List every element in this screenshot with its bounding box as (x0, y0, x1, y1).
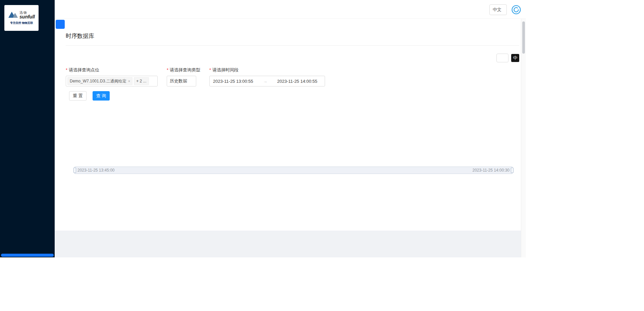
range-arrow-icon: → (256, 79, 275, 84)
divider (66, 45, 519, 46)
range-start-value[interactable]: 2023-11-25 13:00:55 (213, 79, 253, 84)
collapse-panel-button[interactable] (496, 54, 508, 62)
scrollbar-thumb[interactable] (522, 21, 525, 54)
sunfull-logo-icon (8, 11, 18, 19)
selected-point-tag-label: Demo_W7.1001.D3.二通阀给定 (70, 78, 126, 84)
scrollbar-track[interactable] (521, 19, 526, 257)
language-select[interactable]: 中文 (489, 4, 507, 15)
sidebar-collapse-button[interactable] (56, 20, 65, 29)
field-label-range: *请选择时间段 (209, 67, 325, 73)
more-points-tag: + 2 ... (134, 77, 149, 85)
history-line-chart[interactable] (66, 114, 166, 164)
reset-button[interactable]: 重 置 (69, 91, 87, 101)
avatar[interactable] (512, 5, 521, 14)
page-title: 时序数据库 (66, 19, 519, 40)
app-window: 迅饶 sunfull 专注自控 物物互联 中文 (0, 0, 526, 257)
main-area: 中文 时序数据库 (55, 0, 526, 257)
avatar-icon (512, 5, 521, 14)
query-type-select[interactable]: 历史数据 (167, 76, 196, 86)
form-buttons: 重 置 查 询 (66, 91, 519, 101)
datazoom-overview (75, 167, 512, 174)
required-mark: * (209, 67, 211, 72)
field-label-points: *请选择查询点位 (66, 67, 158, 73)
query-form: *请选择查询点位 Demo_W7.1001.D3.二通阀给定 × + 2 ... (66, 67, 519, 86)
tabs-row: 中 (66, 54, 519, 62)
language-select-value: 中文 (493, 7, 501, 13)
sidebar-scrollbar-thumb[interactable] (1, 254, 54, 257)
datazoom-left-handle[interactable] (73, 168, 76, 173)
datazoom-slider[interactable]: 2023-11-25 13:45:00 2023-11-25 14:00:30 (74, 167, 513, 174)
selected-point-tag: Demo_W7.1001.D3.二通阀给定 × (67, 77, 132, 85)
required-mark: * (167, 67, 168, 72)
query-type-value: 历史数据 (170, 78, 187, 84)
datazoom-start-label: 2023-11-25 13:45:00 (77, 168, 115, 173)
sidebar: 迅饶 sunfull 专注自控 物物互联 (0, 0, 55, 257)
chinese-badge-button[interactable]: 中 (511, 54, 519, 62)
point-multiselect[interactable]: Demo_W7.1001.D3.二通阀给定 × + 2 ... (66, 76, 158, 86)
content-panel: 时序数据库 中 *请选择查询点位 (55, 19, 526, 231)
datazoom-right-handle[interactable] (511, 168, 514, 173)
required-mark: * (66, 67, 67, 72)
datetime-range-picker[interactable]: 2023-11-25 13:00:55 → 2023-11-25 14:00:5… (209, 76, 325, 86)
remove-tag-icon[interactable]: × (128, 79, 130, 83)
field-label-type: *请选择查询类型 (167, 67, 200, 73)
brand-slogan: 专注自控 物物互联 (10, 21, 33, 25)
brand-name-en: sunfull (19, 14, 35, 19)
brand-logo: 迅饶 sunfull 专注自控 物物互联 (4, 5, 39, 31)
datazoom-end-label: 2023-11-25 14:00:30 (472, 168, 509, 173)
header: 中文 (55, 0, 526, 19)
screen: 迅饶 sunfull 专注自控 物物互联 中文 (0, 0, 644, 311)
query-button[interactable]: 查 询 (93, 91, 110, 101)
range-end-value[interactable]: 2023-11-25 14:00:55 (277, 79, 317, 84)
